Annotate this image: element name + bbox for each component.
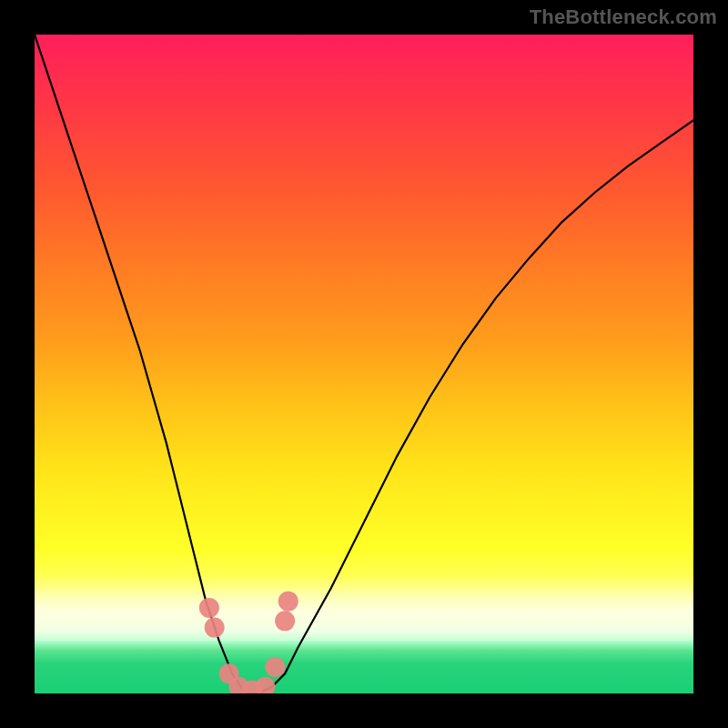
plot-area [35,35,693,693]
chart-frame: TheBottleneck.com [0,0,728,728]
curve-marker [265,657,285,677]
curve-markers [199,592,298,693]
chart-svg [35,35,693,693]
curve-marker [205,618,225,638]
curve-marker [199,598,219,618]
curve-marker [255,677,275,693]
bottleneck-curve [35,35,693,693]
curve-marker [275,611,295,631]
curve-marker [278,592,298,612]
watermark-text: TheBottleneck.com [530,5,717,29]
